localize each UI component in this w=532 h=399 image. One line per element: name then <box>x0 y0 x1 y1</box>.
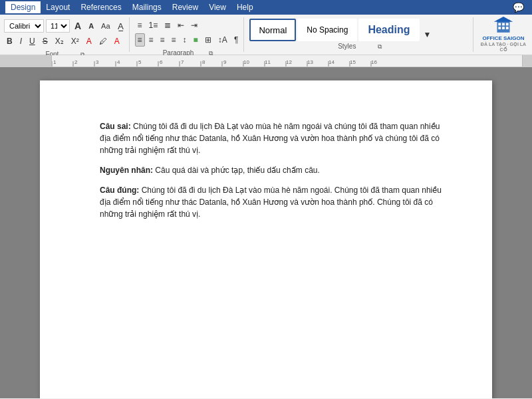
svg-text:15: 15 <box>350 59 356 65</box>
svg-rect-4 <box>498 27 501 29</box>
svg-text:7: 7 <box>181 59 184 65</box>
svg-text:8: 8 <box>202 59 205 65</box>
style-nospacing-button[interactable]: No Spacing <box>297 19 357 41</box>
align-buttons-row: ≡ ≡ ≡ ≡ ↕ ■ ⊞ ↕A ¶ <box>135 33 241 47</box>
italic-button[interactable]: I <box>17 35 25 48</box>
svg-text:10: 10 <box>243 59 249 65</box>
cau-sai-label: Câu sai: <box>100 122 131 131</box>
font-section: Calibri 11 A A Aa A̲ B I U S X₂ X² A 🖊 A <box>1 17 130 52</box>
svg-text:6: 6 <box>160 59 163 65</box>
text-color-button[interactable]: A <box>84 35 94 48</box>
style-heading-button[interactable]: Heading <box>358 19 419 41</box>
nguyen-nhan-label: Nguyên nhân: <box>100 166 153 175</box>
multilevel-button[interactable]: ≣ <box>162 19 174 32</box>
paragraph-cau-sai: Câu sai: Chúng tôi đã đi du lịch Đà Lạt … <box>100 120 446 156</box>
numbering-button[interactable]: 1≡ <box>146 19 161 32</box>
decrease-font-button[interactable]: A <box>86 20 96 32</box>
justify-button[interactable]: ≡ <box>169 33 179 47</box>
styles-expand-icon[interactable]: ⧉ <box>378 43 382 50</box>
ruler-svg: 1 2 3 4 5 6 7 8 9 10 11 12 13 1 <box>52 55 522 66</box>
show-formatting-button[interactable]: ¶ <box>231 33 241 47</box>
font-size-select[interactable]: 11 <box>46 19 70 33</box>
highlight-button[interactable]: 🖊 <box>96 35 110 48</box>
shading-button[interactable]: ■ <box>191 33 201 47</box>
svg-rect-6 <box>506 27 509 29</box>
svg-text:9: 9 <box>223 59 227 65</box>
svg-text:4: 4 <box>117 59 120 65</box>
svg-text:12: 12 <box>286 59 292 65</box>
cau-dung-label: Câu đúng: <box>100 186 139 195</box>
svg-text:11: 11 <box>265 59 271 65</box>
list-buttons-row: ≡ 1≡ ≣ ⇤ ⇥ <box>135 19 241 32</box>
line-spacing-button[interactable]: ↕ <box>180 33 190 47</box>
menu-mailings[interactable]: Mailings <box>127 1 167 13</box>
logo-box: OFFICE SAIGON ĐÀ LA TẠO · GỌI LA CỐ <box>480 17 527 53</box>
sort-button[interactable]: ↕A <box>215 33 230 47</box>
paragraph-cau-dung: Câu đúng: Chúng tôi đã đi du lịch Đà Lạt… <box>100 184 446 220</box>
styles-scroll-down[interactable]: ▼ <box>421 28 434 41</box>
bold-button[interactable]: B <box>4 35 15 48</box>
bullets-button[interactable]: ≡ <box>135 19 145 32</box>
svg-text:2: 2 <box>74 59 78 65</box>
comment-button[interactable]: 💬 <box>510 0 527 15</box>
increase-indent-button[interactable]: ⇥ <box>188 19 200 32</box>
svg-marker-7 <box>494 17 513 22</box>
svg-text:5: 5 <box>138 59 142 65</box>
font-color-button[interactable]: A <box>112 35 122 48</box>
ribbon-row: Calibri 11 A A Aa A̲ B I U S X₂ X² A 🖊 A <box>0 15 532 55</box>
logo-text: OFFICE SAIGON ĐÀ LA TẠO · GỌI LA CỐ <box>480 35 527 53</box>
underline-button[interactable]: U <box>27 35 38 48</box>
menu-bar: Design Layout References Mailings Review… <box>0 0 532 15</box>
svg-rect-5 <box>502 27 505 29</box>
menu-layout[interactable]: Layout <box>41 1 75 13</box>
change-case-button[interactable]: Aa <box>98 20 112 32</box>
font-name-select[interactable]: Calibri <box>4 19 44 33</box>
document-page: Câu sai: Chúng tôi đã đi du lịch Đà Lạt … <box>40 80 492 398</box>
borders-button[interactable]: ⊞ <box>202 33 214 47</box>
svg-rect-2 <box>502 23 505 25</box>
paragraph-section: ≡ 1≡ ≣ ⇤ ⇥ ≡ ≡ ≡ ≡ ↕ ■ ⊞ ↕A ¶ Paragraph … <box>132 17 245 52</box>
align-right-button[interactable]: ≡ <box>158 33 168 47</box>
subscript-button[interactable]: X₂ <box>53 35 66 48</box>
styles-section: Normal No Spacing Heading ▼ Styles ⧉ <box>247 17 473 52</box>
logo-area: OFFICE SAIGON ĐÀ LA TẠO · GỌI LA CỐ <box>476 15 531 55</box>
svg-rect-0 <box>497 19 509 32</box>
svg-text:16: 16 <box>371 59 377 65</box>
svg-text:1: 1 <box>53 59 57 65</box>
menu-references[interactable]: References <box>75 1 126 13</box>
styles-row: Normal No Spacing Heading ▼ <box>249 19 470 41</box>
align-left-button[interactable]: ≡ <box>135 33 145 47</box>
ribbon: Calibri 11 A A Aa A̲ B I U S X₂ X² A 🖊 A <box>0 15 532 55</box>
style-normal-button[interactable]: Normal <box>249 19 296 41</box>
superscript-button[interactable]: X² <box>68 35 82 48</box>
paragraph-nguyen-nhan: Nguyên nhân: Câu quá dài và phức tạp, th… <box>100 164 446 176</box>
align-center-button[interactable]: ≡ <box>146 33 156 47</box>
clear-format-button[interactable]: A̲ <box>115 19 126 33</box>
ruler: 1 2 3 4 5 6 7 8 9 10 11 12 13 1 <box>0 55 532 67</box>
svg-text:3: 3 <box>96 59 99 65</box>
svg-text:14: 14 <box>329 59 334 65</box>
menu-design[interactable]: Design <box>5 1 41 13</box>
nguyen-nhan-content: Câu quá dài và phức tạp, thiếu dấu chấm … <box>155 166 319 175</box>
styles-label: Styles ⧉ <box>249 43 470 51</box>
increase-font-button[interactable]: A <box>72 19 84 33</box>
decrease-indent-button[interactable]: ⇤ <box>175 19 187 32</box>
font-name-row: Calibri 11 A A Aa A̲ <box>4 19 126 33</box>
svg-rect-1 <box>498 23 501 25</box>
cau-dung-content: Chúng tôi đã đi du lịch Đà Lạt vào mùa h… <box>100 186 442 219</box>
document-area: Câu sai: Chúng tôi đã đi du lịch Đà Lạt … <box>0 67 532 398</box>
ruler-marks: 1 2 3 4 5 6 7 8 9 10 11 12 13 1 <box>52 55 522 66</box>
cau-sai-content: Chúng tôi đã đi du lịch Đà Lạt vào mùa h… <box>100 122 440 155</box>
font-style-row: B I U S X₂ X² A 🖊 A <box>4 35 126 48</box>
strikethrough-button[interactable]: S <box>40 35 51 48</box>
menu-view[interactable]: View <box>203 1 231 13</box>
office-saigon-logo-icon <box>490 17 517 36</box>
svg-rect-3 <box>506 23 509 25</box>
menu-help[interactable]: Help <box>231 1 259 13</box>
svg-text:13: 13 <box>307 59 313 65</box>
menu-review[interactable]: Review <box>167 1 203 13</box>
